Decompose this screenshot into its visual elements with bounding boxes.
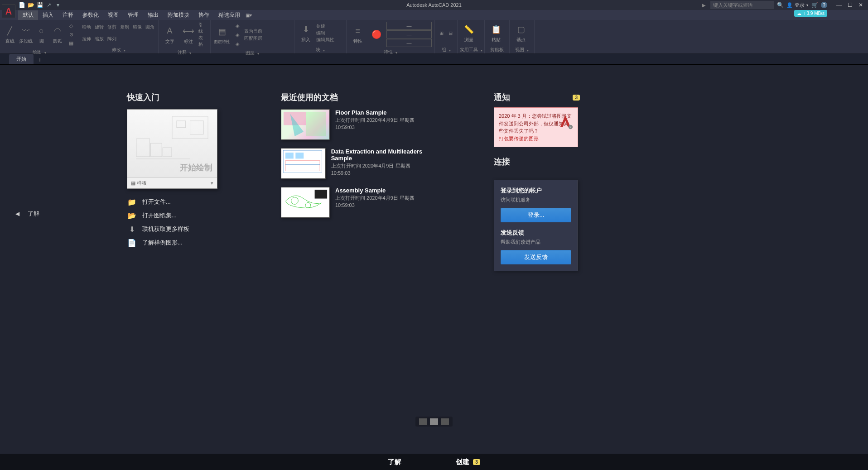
qat-dropdown-icon[interactable]: ▾ (54, 2, 62, 8)
panel-modify-dd[interactable] (123, 48, 125, 53)
online-templates-link[interactable]: ⬇ 联机获取更多样板 (127, 225, 222, 233)
edit-block-button[interactable]: 编辑 (316, 30, 334, 36)
create-block-button[interactable]: 创建 (316, 23, 334, 29)
recent-item-2[interactable]: Assembly Sample 上次打开时间 2020年4月9日 星期四 10:… (281, 187, 435, 218)
maximize-button[interactable]: ☐ (846, 2, 854, 8)
ribbon-tab-default[interactable]: 默认 (18, 10, 38, 20)
cart-icon[interactable]: 🛒 (811, 1, 818, 9)
ungroup-button[interactable]: ⊟ (447, 29, 455, 37)
draw-small2[interactable]: ⊙ (66, 30, 76, 38)
insert-button[interactable]: ⬇插入 (297, 23, 314, 43)
new-icon[interactable]: 📄 (18, 2, 25, 8)
tab-add-button[interactable]: + (34, 55, 45, 64)
line-button[interactable]: ╱直线 (3, 24, 17, 44)
color-select[interactable]: — (386, 22, 432, 30)
scale-button[interactable]: 缩放 (95, 36, 104, 42)
lw-select[interactable]: — (386, 30, 432, 38)
ribbon-more-icon[interactable]: ▣▾ (246, 13, 252, 18)
bottom-tab-create[interactable]: 创建 3 (456, 458, 480, 466)
trim-button[interactable]: 修剪 (107, 24, 116, 30)
copy-button[interactable]: 复制 (120, 24, 129, 30)
matchlayer-button[interactable]: 匹配图层 (244, 35, 262, 42)
notif-link[interactable]: 打包要传递的图形 (499, 136, 539, 141)
arc-button[interactable]: ◠圆弧 (50, 24, 64, 44)
measure-button[interactable]: 📏测量 (460, 23, 477, 43)
props-button[interactable]: ≡特性 (349, 24, 366, 44)
search-input[interactable]: 键入关键字或短语 (710, 1, 774, 9)
stretch-button[interactable]: 拉伸 (82, 36, 91, 42)
panel-view-dd[interactable] (526, 48, 529, 53)
ribbon-tab-parametric[interactable]: 参数化 (78, 10, 103, 20)
panel-ann-dd[interactable] (188, 50, 191, 55)
login-action-button[interactable]: 登录... (501, 208, 571, 222)
draw-small3[interactable]: ▦ (66, 39, 76, 47)
paste-button[interactable]: 📋粘贴 (487, 23, 505, 43)
start-drawing-label: 开始绘制 (180, 162, 212, 173)
view-grid-button[interactable] (419, 418, 427, 425)
move-button[interactable]: 移动 (82, 24, 91, 30)
quickstart-card[interactable]: 开始绘制 ▦ 样板 ▾ (127, 109, 217, 189)
search-icon[interactable]: 🔍 (776, 2, 784, 8)
ribbon-tab-collaborate[interactable]: 协作 (194, 10, 214, 20)
array-button[interactable]: 阵列 (107, 36, 116, 42)
recent-item-1[interactable]: Data Extraction and Multileaders Sample … (281, 148, 435, 179)
base-label: 基点 (516, 37, 526, 43)
ribbon-panel-view: ▢基点 视图 (510, 20, 535, 53)
view-compact-button[interactable] (441, 418, 449, 425)
layer-s3[interactable]: ◈ (232, 40, 242, 48)
text-button[interactable]: A文字 (161, 25, 178, 45)
sample-drawings-link[interactable]: 📄 了解样例图形... (127, 239, 222, 247)
ribbon-tab-insert[interactable]: 插入 (38, 10, 58, 20)
match-button[interactable]: 🔴 (368, 28, 385, 41)
lt-select[interactable]: — (386, 39, 432, 47)
base-button[interactable]: ▢基点 (512, 23, 530, 43)
fillet-button[interactable]: 圆角 (145, 24, 154, 30)
minimize-button[interactable]: — (835, 2, 843, 8)
open-file-link[interactable]: 📁 打开文件... (127, 198, 222, 206)
notification-card[interactable]: 2020 年 3 月：您尝试过将图形文件发送到公司外部，但仅通知某些文件丢失了吗… (494, 107, 578, 147)
close-button[interactable]: ✕ (857, 2, 864, 8)
open-icon[interactable]: 📂 (27, 2, 34, 8)
nav-learn[interactable]: ◀ 了解 (15, 210, 39, 218)
dim-button[interactable]: ⟷标注 (180, 25, 197, 45)
share-icon[interactable]: ↗ (45, 2, 53, 8)
login-button[interactable]: 👤 登录 ▾ (786, 2, 808, 9)
ribbon-tab-featured[interactable]: 精选应用 (214, 10, 245, 20)
ribbon-tab-addins[interactable]: 附加模块 (163, 10, 194, 20)
panel-group-dd[interactable] (448, 48, 451, 53)
layer-s2[interactable]: ◈ (232, 31, 242, 39)
ribbon-tab-output[interactable]: 输出 (143, 10, 163, 20)
layer-s1[interactable]: ◈ (232, 22, 242, 30)
rotate-button[interactable]: 旋转 (95, 24, 104, 30)
template-select[interactable]: ▦ 样板 ▾ (127, 177, 217, 188)
open-sheetset-link[interactable]: 📂 打开图纸集... (127, 211, 222, 220)
ribbon-tab-manage[interactable]: 管理 (123, 10, 143, 20)
bottom-tab-learn[interactable]: 了解 (388, 458, 401, 466)
ribbon-tab-annotate[interactable]: 注释 (58, 10, 78, 20)
mirror-button[interactable]: 镜像 (133, 24, 142, 30)
tab-start[interactable]: 开始 (9, 54, 34, 64)
group-button[interactable]: ⊞ (438, 29, 445, 37)
save-icon[interactable]: 💾 (36, 2, 43, 8)
panel-draw-dd[interactable] (43, 50, 46, 55)
leader-button[interactable]: 引线 (198, 22, 207, 34)
app-logo[interactable]: A (2, 5, 15, 18)
ribbon-tab-view[interactable]: 视图 (103, 10, 123, 20)
panel-props-dd[interactable] (395, 50, 397, 55)
panel-util-dd[interactable] (480, 48, 482, 53)
help-icon[interactable]: ? (821, 2, 827, 8)
draw-small1[interactable]: ◇ (66, 22, 76, 30)
search-placeholder: 键入关键字或短语 (713, 2, 753, 9)
polyline-button[interactable]: 〰多段线 (19, 24, 33, 44)
feedback-action-button[interactable]: 发送反馈 (501, 250, 571, 264)
recent-item-0[interactable]: Floor Plan Sample 上次打开时间 2020年4月9日 星期四 1… (281, 109, 435, 140)
circle-button[interactable]: ○圆 (34, 24, 48, 44)
edit-attr-button[interactable]: 编辑属性 (316, 37, 334, 43)
view-list-button[interactable] (430, 418, 438, 425)
table-button[interactable]: 表格 (198, 35, 207, 48)
layer-props-button[interactable]: ▤图层特性 (213, 25, 231, 45)
panel-layer-dd[interactable] (256, 51, 259, 56)
open-file-label: 打开文件... (142, 198, 171, 206)
setcurrent-button[interactable]: 置为当前 (244, 28, 262, 34)
panel-block-dd[interactable] (322, 48, 325, 53)
